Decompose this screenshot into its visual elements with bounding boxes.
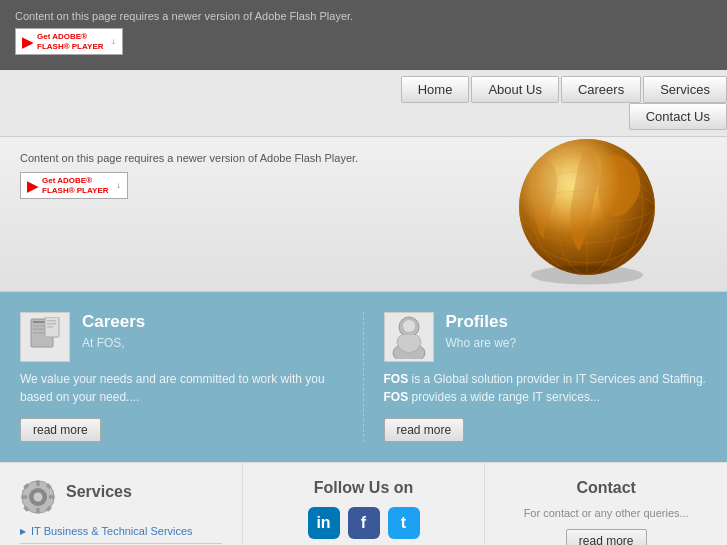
- hero-flash-badge[interactable]: ▶ Get ADOBE® FLASH® PLAYER ↓: [20, 172, 128, 199]
- footer-services-header: Services: [20, 479, 222, 515]
- facebook-icon[interactable]: f: [348, 507, 380, 539]
- careers-read-more[interactable]: read more: [20, 418, 101, 442]
- nav-row2: Contact Us: [0, 103, 727, 136]
- footer-contact-title: Contact: [505, 479, 707, 497]
- footer-section: Services IT Business & Technical Service…: [0, 462, 727, 545]
- cards-section: Careers At FOS, We value your needs and …: [0, 292, 727, 462]
- nav-careers[interactable]: Careers: [561, 76, 641, 103]
- svg-rect-27: [36, 508, 40, 513]
- nav-services[interactable]: Services: [643, 76, 727, 103]
- profiles-icon: [384, 312, 434, 362]
- flash-label: Get ADOBE® FLASH® PLAYER: [37, 32, 104, 51]
- svg-rect-28: [22, 495, 27, 499]
- svg-rect-19: [47, 326, 53, 328]
- careers-subtitle: At FOS,: [82, 336, 145, 350]
- social-icons-group: in f t: [263, 507, 465, 539]
- footer-services-col: Services IT Business & Technical Service…: [0, 463, 243, 545]
- profiles-card: Profiles Who are we? FOS is a Global sol…: [364, 292, 728, 462]
- svg-rect-17: [47, 320, 56, 322]
- nav-about[interactable]: About Us: [471, 76, 558, 103]
- svg-point-9: [519, 139, 655, 275]
- nav-row1: Home About Us Careers Services: [0, 70, 727, 103]
- globe-graphic: [507, 137, 667, 287]
- twitter-icon[interactable]: t: [388, 507, 420, 539]
- svg-rect-18: [47, 323, 56, 325]
- careers-title-block: Careers At FOS,: [82, 312, 145, 356]
- profiles-read-more[interactable]: read more: [384, 418, 465, 442]
- careers-icon: [20, 312, 70, 362]
- svg-point-25: [34, 493, 43, 502]
- linkedin-icon[interactable]: in: [308, 507, 340, 539]
- nav-wrapper: Home About Us Careers Services Contact U…: [0, 70, 727, 137]
- careers-body: We value your needs and are committed to…: [20, 370, 344, 406]
- hero-flash-icon: ▶: [27, 178, 38, 194]
- hero-flash-label: Get ADOBE® FLASH® PLAYER: [42, 176, 109, 195]
- nav-contact[interactable]: Contact Us: [629, 103, 727, 130]
- profiles-card-header: Profiles Who are we?: [384, 312, 708, 362]
- top-bar-message: Content on this page requires a newer ve…: [15, 10, 712, 22]
- services-gear-icon: [20, 479, 56, 515]
- svg-rect-26: [36, 481, 40, 486]
- svg-point-10: [531, 265, 643, 284]
- profiles-body: FOS is a Global solution provider in IT …: [384, 370, 708, 406]
- footer-link-it-business[interactable]: IT Business & Technical Services: [20, 525, 222, 537]
- profiles-subtitle: Who are we?: [446, 336, 517, 350]
- footer-contact-col: Contact For contact or any other queries…: [485, 463, 727, 545]
- careers-card: Careers At FOS, We value your needs and …: [0, 292, 364, 462]
- hero-flash-download-icon: ↓: [117, 181, 121, 190]
- flash-badge[interactable]: ▶ Get ADOBE® FLASH® PLAYER ↓: [15, 28, 123, 55]
- careers-title: Careers: [82, 312, 145, 332]
- hero-section: Content on this page requires a newer ve…: [0, 137, 727, 292]
- profiles-title: Profiles: [446, 312, 517, 332]
- footer-services-title: Services: [66, 483, 132, 501]
- contact-read-more[interactable]: read more: [566, 529, 647, 545]
- flash-download-icon: ↓: [112, 37, 116, 46]
- svg-point-22: [403, 320, 415, 332]
- careers-card-header: Careers At FOS,: [20, 312, 344, 362]
- nav-home[interactable]: Home: [401, 76, 470, 103]
- footer-follow-col: Follow Us on in f t: [243, 463, 486, 545]
- top-bar: Content on this page requires a newer ve…: [0, 0, 727, 70]
- footer-follow-title: Follow Us on: [263, 479, 465, 497]
- profiles-title-block: Profiles Who are we?: [446, 312, 517, 356]
- footer-contact-subtitle: For contact or any other queries...: [505, 507, 707, 519]
- svg-rect-29: [49, 495, 54, 499]
- flash-icon: ▶: [22, 34, 33, 50]
